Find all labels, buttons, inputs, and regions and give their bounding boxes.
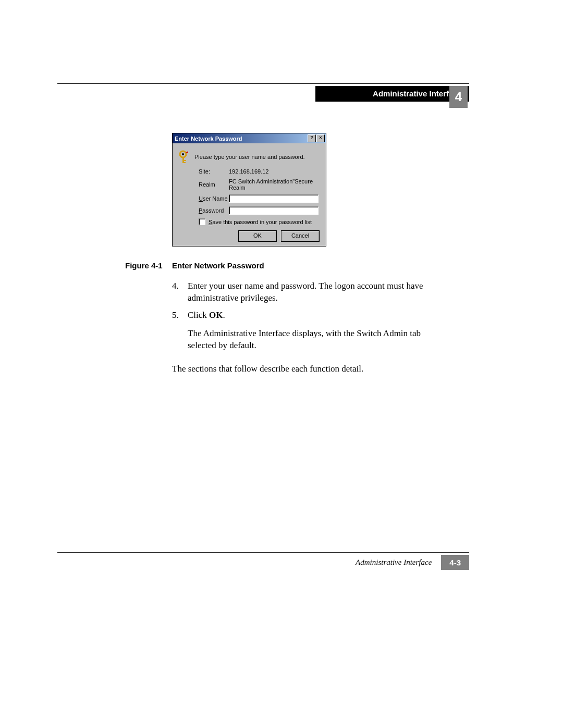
step-5-line: Click OK. — [188, 310, 438, 322]
dialog-intro-text: Please type your user name and password. — [194, 154, 321, 160]
footer-title: Administrative Interface — [356, 558, 432, 567]
dialog-form: Site: 192.168.169.12 Realm FC Switch Adm… — [199, 168, 321, 242]
key-icon — [178, 149, 194, 165]
header-row: Administrative Interface — [57, 86, 469, 102]
dialog-buttons: OK Cancel — [199, 230, 321, 242]
username-input[interactable] — [229, 194, 319, 203]
cancel-button[interactable]: Cancel — [281, 230, 320, 242]
figure-number: Figure 4-1 — [57, 261, 172, 270]
section-header: Administrative Interface — [315, 86, 469, 102]
step-5-body: Click OK. The Administrative Interface d… — [188, 310, 438, 358]
password-label: Password — [199, 207, 229, 214]
save-password-checkbox[interactable] — [199, 218, 205, 225]
closing-paragraph: The sections that follow describe each f… — [172, 363, 438, 375]
ok-button[interactable]: OK — [238, 230, 277, 242]
svg-rect-3 — [184, 160, 186, 161]
save-password-row: Save this password in your password list — [199, 218, 321, 225]
step-4-number: 4. — [172, 280, 188, 304]
help-icon[interactable]: ? — [308, 134, 316, 142]
footer-row: Administrative Interface 4-3 — [57, 555, 469, 570]
dialog-intro-row: Please type your user name and password. — [178, 149, 321, 165]
realm-value: FC Switch Administration"Secure Realm — [229, 178, 321, 191]
header-rule — [57, 83, 469, 84]
footer-page-number: 4-3 — [441, 555, 469, 570]
step-5-followup: The Administrative Interface displays, w… — [188, 328, 438, 352]
step-4: 4. Enter your user name and password. Th… — [172, 280, 438, 304]
figure-caption: Figure 4-1 Enter Network Password — [57, 261, 469, 270]
site-label: Site: — [199, 168, 229, 175]
svg-point-1 — [182, 153, 184, 155]
dialog-screenshot: Enter Network Password ? × — [172, 133, 326, 246]
dialog-body: Please type your user name and password.… — [173, 143, 326, 246]
figure-title: Enter Network Password — [172, 261, 469, 270]
step-4-text: Enter your user name and password. The l… — [188, 280, 438, 304]
svg-rect-4 — [184, 162, 186, 163]
chapter-number-box: 4 — [449, 86, 468, 108]
realm-label: Realm — [199, 181, 229, 188]
page-frame: Administrative Interface Enter Network P… — [57, 83, 469, 381]
dialog-window: Enter Network Password ? × — [172, 133, 326, 246]
step-5: 5. Click OK. The Administrative Interfac… — [172, 310, 438, 358]
close-icon[interactable]: × — [316, 134, 325, 142]
footer-rule — [57, 552, 469, 553]
password-row: Password — [199, 206, 321, 215]
save-password-label: Save this password in your password list — [209, 219, 312, 225]
username-label: User Name — [199, 195, 229, 202]
username-row: User Name — [199, 194, 321, 203]
password-input[interactable] — [229, 206, 319, 215]
body-text: 4. Enter your user name and password. Th… — [172, 280, 438, 375]
dialog-title-text: Enter Network Password — [175, 135, 242, 142]
realm-row: Realm FC Switch Administration"Secure Re… — [199, 178, 321, 191]
dialog-titlebar: Enter Network Password ? × — [173, 133, 326, 143]
site-row: Site: 192.168.169.12 — [199, 168, 321, 175]
step-5-number: 5. — [172, 310, 188, 358]
footer: Administrative Interface 4-3 — [57, 552, 469, 570]
titlebar-buttons: ? × — [307, 134, 325, 142]
site-value: 192.168.169.12 — [229, 168, 321, 175]
svg-rect-2 — [182, 157, 184, 163]
